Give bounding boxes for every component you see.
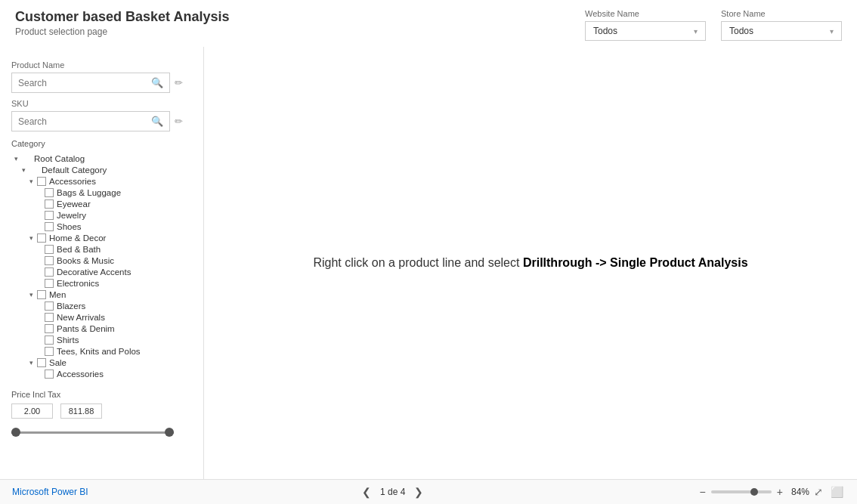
tree-label-sale-accessories: Accessories xyxy=(57,369,104,379)
tree-item-root-catalog[interactable]: ▾Root Catalog xyxy=(11,153,192,164)
tree-label-books-music: Books & Music xyxy=(57,256,114,265)
tree-label-men: Men xyxy=(49,290,66,299)
product-name-eraser-icon[interactable]: ✏ xyxy=(175,77,183,88)
tree-label-default-category: Default Category xyxy=(42,165,107,175)
tree-item-tees-knits-polos[interactable]: Tees, Knits and Polos xyxy=(11,345,192,357)
tree-item-new-arrivals[interactable]: New Arrivals xyxy=(11,311,192,323)
tree-checkbox-home-decor[interactable] xyxy=(37,233,46,243)
tree-checkbox-shoes[interactable] xyxy=(45,222,54,231)
zoom-slider-thumb[interactable] xyxy=(750,488,758,496)
tree-item-electronics[interactable]: Electronics xyxy=(11,277,192,289)
powerbi-link[interactable]: Microsoft Power BI xyxy=(12,487,88,497)
sku-eraser-icon[interactable]: ✏ xyxy=(175,116,183,127)
tree-item-shoes[interactable]: Shoes xyxy=(11,221,192,232)
zoom-plus-button[interactable]: + xyxy=(775,486,785,498)
pagination-next-button[interactable]: ❯ xyxy=(411,484,426,499)
store-name-filter: Store Name Todos ▾ xyxy=(721,9,842,41)
price-min-value: 2.00 xyxy=(11,404,53,419)
tree-checkbox-electronics[interactable] xyxy=(45,279,54,288)
tree-item-blazers[interactable]: Blazers xyxy=(11,300,192,311)
tree-checkbox-jewelry[interactable] xyxy=(45,211,54,220)
drillthrough-text-before: Right click on a product line and select xyxy=(313,256,522,269)
price-slider[interactable] xyxy=(11,425,174,440)
sku-search-icon[interactable]: 🔍 xyxy=(151,116,163,127)
tree-item-default-category[interactable]: ▾Default Category xyxy=(11,164,192,175)
price-handle-right[interactable] xyxy=(165,428,174,437)
tree-checkbox-eyewear[interactable] xyxy=(45,199,54,209)
tree-label-new-arrivals: New Arrivals xyxy=(57,313,105,322)
zoom-value: 84% xyxy=(788,487,809,497)
tree-item-jewelry[interactable]: Jewelry xyxy=(11,209,192,221)
page-subtitle: Product selection page xyxy=(15,26,585,37)
tree-expand-accessories[interactable]: ▾ xyxy=(26,177,36,186)
tree-item-sale-accessories[interactable]: Accessories xyxy=(11,368,192,379)
view-expand-button[interactable]: ⬜ xyxy=(829,484,845,499)
tree-expand-root-catalog[interactable]: ▾ xyxy=(11,154,20,163)
store-name-value: Todos xyxy=(729,26,753,36)
page-title: Customer based Basket Analysis xyxy=(15,9,585,25)
tree-label-eyewear: Eyewear xyxy=(57,199,91,209)
tree-checkbox-bed-bath[interactable] xyxy=(45,245,54,254)
tree-expand-men[interactable]: ▾ xyxy=(26,290,36,299)
tree-item-shirts[interactable]: Shirts xyxy=(11,334,192,345)
drillthrough-text-bold: Drillthrough -> Single Product Analysis xyxy=(523,256,748,269)
sku-search-box[interactable]: 🔍 xyxy=(11,111,170,131)
tree-label-root-catalog: Root Catalog xyxy=(34,154,85,163)
tree-item-decorative-accents[interactable]: Decorative Accents xyxy=(11,266,192,277)
tree-expand-home-decor[interactable]: ▾ xyxy=(26,233,36,243)
tree-checkbox-tees-knits-polos[interactable] xyxy=(45,347,54,356)
product-name-search-icon[interactable]: 🔍 xyxy=(151,77,163,88)
pagination-prev-button[interactable]: ❮ xyxy=(359,484,374,499)
tree-label-decorative-accents: Decorative Accents xyxy=(57,267,131,277)
right-panel: Right click on a product line and select… xyxy=(204,47,857,479)
tree-checkbox-men[interactable] xyxy=(37,290,46,299)
view-icons: ⤢ ⬜ xyxy=(812,484,845,499)
tree-item-men[interactable]: ▾Men xyxy=(11,289,192,300)
view-fit-button[interactable]: ⤢ xyxy=(812,484,825,499)
tree-item-bed-bath[interactable]: Bed & Bath xyxy=(11,243,192,255)
drillthrough-message: Right click on a product line and select… xyxy=(313,256,747,270)
tree-item-books-music[interactable]: Books & Music xyxy=(11,255,192,266)
website-name-chevron-icon: ▾ xyxy=(694,27,698,36)
website-name-dropdown[interactable]: Todos ▾ xyxy=(585,21,706,41)
product-name-search-box[interactable]: 🔍 xyxy=(11,73,170,93)
tree-item-home-decor[interactable]: ▾Home & Decor xyxy=(11,232,192,243)
price-slider-track xyxy=(11,431,174,434)
tree-label-electronics: Electronics xyxy=(57,279,99,288)
tree-item-accessories[interactable]: ▾Accessories xyxy=(11,175,192,187)
category-tree: ▾Root Catalog▾Default Category▾Accessori… xyxy=(11,153,192,379)
store-name-label: Store Name xyxy=(721,9,842,18)
sku-input[interactable] xyxy=(18,116,150,127)
category-label: Category xyxy=(11,139,192,148)
tree-checkbox-bags-luggage[interactable] xyxy=(45,188,54,197)
tree-checkbox-books-music[interactable] xyxy=(45,256,54,265)
tree-label-jewelry: Jewelry xyxy=(57,211,86,220)
tree-item-sale[interactable]: ▾Sale xyxy=(11,357,192,368)
zoom-controls: − + 84% ⤢ ⬜ xyxy=(698,484,845,499)
store-name-dropdown[interactable]: Todos ▾ xyxy=(721,21,842,41)
tree-checkbox-decorative-accents[interactable] xyxy=(45,267,54,277)
tree-checkbox-pants-denim[interactable] xyxy=(45,324,54,333)
tree-checkbox-accessories[interactable] xyxy=(37,177,46,186)
tree-checkbox-new-arrivals[interactable] xyxy=(45,313,54,322)
tree-item-bags-luggage[interactable]: Bags & Luggage xyxy=(11,187,192,198)
tree-checkbox-shirts[interactable] xyxy=(45,335,54,345)
price-handle-left[interactable] xyxy=(11,428,20,437)
tree-label-pants-denim: Pants & Denim xyxy=(57,324,115,333)
zoom-minus-button[interactable]: − xyxy=(698,486,708,498)
tree-label-sale: Sale xyxy=(49,358,67,367)
tree-expand-sale[interactable]: ▾ xyxy=(26,358,36,367)
website-name-value: Todos xyxy=(593,26,617,36)
tree-item-pants-denim[interactable]: Pants & Denim xyxy=(11,323,192,334)
tree-item-eyewear[interactable]: Eyewear xyxy=(11,198,192,209)
tree-checkbox-blazers[interactable] xyxy=(45,301,54,311)
product-name-input[interactable] xyxy=(18,78,150,88)
bottom-bar: Microsoft Power BI ❮ 1 de 4 ❯ − + 84% ⤢ … xyxy=(0,479,857,504)
price-slider-fill xyxy=(11,431,174,434)
tree-checkbox-sale-accessories[interactable] xyxy=(45,369,54,379)
zoom-slider[interactable] xyxy=(711,490,772,493)
tree-checkbox-sale[interactable] xyxy=(37,358,46,367)
tree-label-bed-bath: Bed & Bath xyxy=(57,245,101,254)
tree-expand-default-category[interactable]: ▾ xyxy=(19,165,28,175)
product-name-label: Product Name xyxy=(11,60,192,70)
